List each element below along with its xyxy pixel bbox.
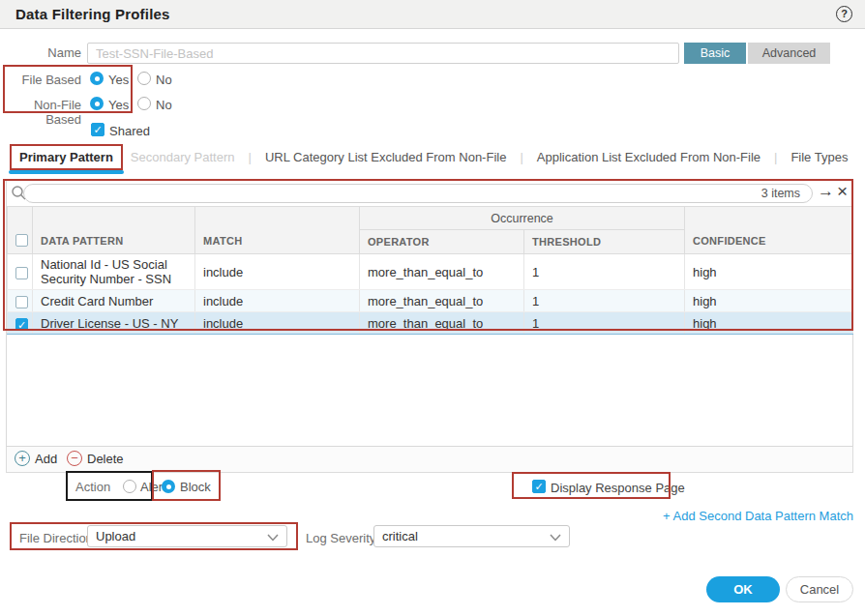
file-based-yes-radio[interactable] [90,72,104,85]
display-response-page-checkbox[interactable]: ✓ [532,480,546,493]
clear-filter-icon[interactable]: × [837,181,848,202]
dialog-title: Data Filtering Profiles [15,0,170,29]
delete-button-label: Delete [87,452,124,466]
table-toolbar: + Add − Delete [6,447,853,473]
action-block-label: Block [180,480,211,494]
check-icon: ✓ [534,481,543,492]
non-file-based-no-label: No [156,98,172,112]
col-header-data-pattern[interactable]: DATA PATTERN [33,207,195,254]
dialog-header: Data Filtering Profiles ? [0,0,865,29]
col-header-operator[interactable]: OPERATOR [360,230,524,254]
cell-threshold: 1 [524,312,685,335]
data-pattern-table-panel: 3 items → × DATA PATTERN MATCH Occurrenc… [6,180,853,447]
tab-separator: | [514,150,528,164]
display-response-page-label: Display Response Page [551,481,685,495]
non-file-based-yes-radio[interactable] [90,97,104,110]
non-file-based-yes-label: Yes [108,98,129,112]
row-checkbox[interactable] [15,267,28,279]
cell-match: include [195,312,360,335]
ok-button[interactable]: OK [706,576,780,602]
cell-data-pattern: Driver License - US - NY [33,312,195,335]
table-row[interactable]: National Id - US Social Security Number … [8,254,853,290]
cell-confidence: high [685,312,853,335]
file-based-no-label: No [156,73,172,87]
basic-button[interactable]: Basic [684,43,746,64]
log-severity-value: critical [382,529,418,543]
cell-threshold: 1 [524,254,685,290]
delete-button[interactable]: − Delete [67,451,124,466]
cell-operator: more_than_equal_to [360,312,524,335]
plus-circle-icon: + [15,451,30,466]
tab-bar: Primary Pattern Secondary Pattern | URL … [10,142,855,171]
action-label: Action [75,480,110,494]
cell-data-pattern: Credit Card Number [33,290,195,312]
tab-separator: | [243,150,257,164]
search-input[interactable]: 3 items [23,184,813,203]
apply-filter-arrow-icon[interactable]: → [818,182,834,201]
shared-checkbox[interactable]: ✓ [91,123,104,136]
file-based-no-radio[interactable] [137,72,151,85]
name-label: Name [0,45,81,60]
chevron-down-icon [550,534,561,542]
select-all-checkbox[interactable] [15,234,28,247]
action-alert-radio[interactable] [123,480,136,493]
table-search-bar: 3 items → × [7,181,852,206]
cell-confidence: high [685,254,853,290]
cancel-button[interactable]: Cancel [786,576,853,602]
cell-data-pattern: National Id - US Social Security Number … [33,254,195,290]
file-direction-value: Upload [96,529,135,543]
add-button-label: Add [35,452,57,466]
help-icon[interactable]: ? [836,6,852,22]
add-second-data-pattern-link[interactable]: + Add Second Data Pattern Match [663,509,853,523]
cell-operator: more_than_equal_to [360,254,524,290]
tab-file-types[interactable]: File Types [783,145,855,169]
name-input[interactable] [87,43,679,64]
log-severity-select[interactable]: critical [373,525,570,547]
tab-application-list[interactable]: Application List Excluded From Non-File [529,145,768,169]
col-header-match[interactable]: MATCH [195,207,360,254]
advanced-button[interactable]: Advanced [748,43,830,64]
add-button[interactable]: + Add [15,451,57,466]
table-row-selected[interactable]: ✓ Driver License - US - NY include more_… [8,312,853,335]
tab-primary-pattern[interactable]: Primary Pattern [10,144,123,170]
cell-match: include [195,254,360,290]
log-severity-label: Log Severity [306,531,375,545]
data-filtering-profiles-dialog: Data Filtering Profiles ? Name Basic Adv… [0,0,865,616]
file-based-yes-label: Yes [108,73,129,87]
file-direction-select[interactable]: Upload [87,525,287,547]
file-based-label: File Based [0,73,81,87]
items-count-badge: 3 items [761,187,800,200]
file-direction-label: File Direction [19,531,93,545]
action-block-radio[interactable] [162,480,175,493]
col-header-confidence[interactable]: CONFIDENCE [685,207,853,254]
cell-threshold: 1 [524,290,685,312]
shared-label: Shared [109,124,150,138]
tab-secondary-pattern[interactable]: Secondary Pattern [123,145,243,169]
table-row[interactable]: Credit Card Number include more_than_equ… [8,290,853,312]
chevron-down-icon [267,534,279,542]
non-file-based-label: Non-File Based [0,98,81,127]
check-icon: ✓ [93,124,102,135]
data-pattern-table: DATA PATTERN MATCH Occurrence CONFIDENCE… [7,206,853,335]
col-header-threshold[interactable]: THRESHOLD [524,230,685,254]
row-checkbox[interactable]: ✓ [15,318,28,331]
tab-separator: | [768,150,783,164]
non-file-based-no-radio[interactable] [137,97,151,110]
row-checkbox[interactable] [15,296,28,308]
cell-match: include [195,290,360,312]
col-group-occurrence: Occurrence [360,207,685,230]
check-icon: ✓ [17,319,26,331]
cell-operator: more_than_equal_to [360,290,524,312]
tab-url-category-list[interactable]: URL Category List Excluded From Non-File [257,145,515,169]
minus-circle-icon: − [67,451,82,466]
cell-confidence: high [685,290,853,312]
